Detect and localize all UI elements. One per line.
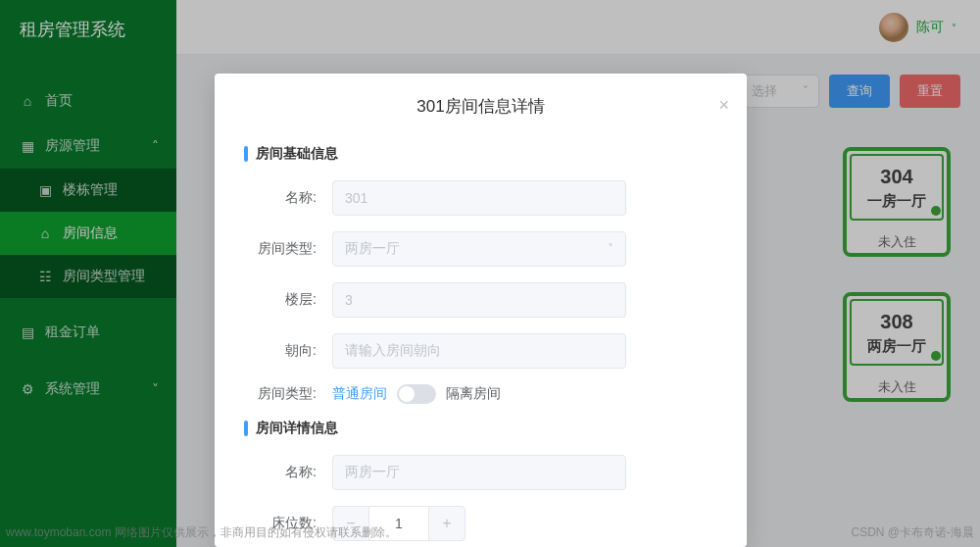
form-label: 楼层: <box>244 291 332 309</box>
room-detail-modal: 301房间信息详情 × 房间基础信息 名称: 301 房间类型: 两房一厅˅ 楼… <box>215 74 747 547</box>
modal-header: 301房间信息详情 × <box>215 74 747 135</box>
form-row-name2: 名称: 两房一厅 <box>244 455 717 490</box>
watermark-right: CSDN @卡布奇诺-海晨 <box>851 524 974 541</box>
floor-input[interactable]: 3 <box>332 282 626 318</box>
watermark-left: www.toymoban.com 网络图片仅供展示，非商用目的如有侵权请联系删除… <box>6 524 397 541</box>
section-label: 房间详情信息 <box>256 420 338 437</box>
name-input[interactable]: 301 <box>332 180 626 216</box>
switch-knob <box>399 386 415 402</box>
room-type-select[interactable]: 两房一厅˅ <box>332 231 626 267</box>
stepper-increase-button[interactable]: + <box>428 506 466 541</box>
form-row-name: 名称: 301 <box>244 180 717 216</box>
chevron-down-icon: ˅ <box>608 242 613 256</box>
form-label: 房间类型: <box>244 240 332 258</box>
form-label: 名称: <box>244 464 332 481</box>
section-title-detail: 房间详情信息 <box>244 420 717 437</box>
section-bar-icon <box>244 421 248 436</box>
form-row-type-switch: 房间类型: 普通房间 隔离房间 <box>244 384 717 404</box>
close-icon[interactable]: × <box>718 95 729 116</box>
form-row-floor: 楼层: 3 <box>244 282 717 318</box>
detail-name-input[interactable]: 两房一厅 <box>332 455 626 490</box>
section-bar-icon <box>244 146 248 162</box>
switch-label-off: 隔离房间 <box>446 385 501 403</box>
switch-label-on: 普通房间 <box>332 385 387 403</box>
room-type-switch[interactable] <box>397 384 436 404</box>
form-row-orientation: 朝向: 请输入房间朝向 <box>244 333 717 369</box>
section-label: 房间基础信息 <box>256 145 338 163</box>
modal-title: 301房间信息详情 <box>234 95 727 118</box>
section-title-basic: 房间基础信息 <box>244 145 717 163</box>
modal-body: 房间基础信息 名称: 301 房间类型: 两房一厅˅ 楼层: 3 朝向: 请输入… <box>215 135 747 547</box>
form-label: 名称: <box>244 189 332 207</box>
form-row-room-type: 房间类型: 两房一厅˅ <box>244 231 717 267</box>
orientation-input[interactable]: 请输入房间朝向 <box>332 333 626 369</box>
form-label: 朝向: <box>244 342 332 360</box>
form-label: 房间类型: <box>244 385 332 403</box>
